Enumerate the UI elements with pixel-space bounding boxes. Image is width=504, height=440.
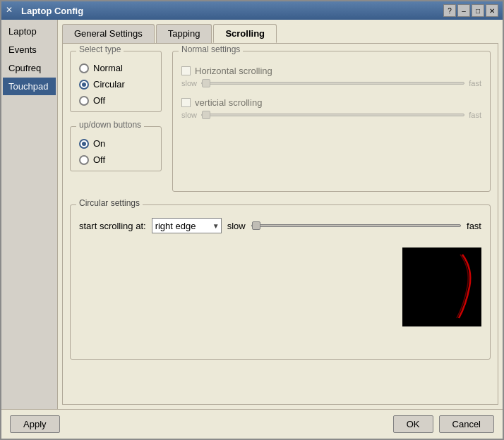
radio-circular[interactable]: Circular — [79, 79, 152, 90]
sidebar-item-events[interactable]: Events — [3, 41, 56, 59]
horizontal-slider-thumb[interactable] — [202, 79, 210, 87]
vertical-slow-label: slow — [181, 111, 197, 119]
circular-section: Circular settings start scrolling at: ri… — [70, 204, 491, 360]
circular-fast-label: fast — [467, 221, 481, 231]
radio-updown-on[interactable]: On — [79, 138, 152, 149]
top-row: Select type Normal Circular — [70, 51, 491, 199]
radio-circular-label: Circular — [93, 79, 125, 90]
horizontal-fast-label: fast — [469, 79, 481, 87]
sidebar: Laptop Events Cpufreq Touchpad — [1, 20, 58, 409]
select-type-box: Select type Normal Circular — [70, 51, 162, 112]
normal-settings-content: Horizontal scrolling slow fast — [181, 57, 481, 119]
horizontal-slider-row: slow fast — [181, 79, 481, 87]
tab-general[interactable]: General Settings — [62, 24, 155, 43]
start-label: start scrolling at: — [79, 221, 146, 231]
horizontal-slider[interactable] — [201, 82, 464, 85]
bottom-bar: Apply OK Cancel — [1, 409, 503, 439]
radio-normal-label: Normal — [93, 63, 123, 73]
title-bar: ✕ Laptop Config ? – □ ✕ — [1, 1, 503, 20]
radio-off[interactable]: Off — [79, 95, 152, 106]
cancel-button[interactable]: Cancel — [439, 415, 494, 433]
sidebar-item-cpufreq[interactable]: Cpufreq — [3, 59, 56, 77]
bottom-right-buttons: OK Cancel — [393, 415, 494, 433]
circular-slider[interactable] — [251, 224, 461, 227]
normal-settings-legend: Normal settings — [179, 44, 243, 54]
radio-updown-off-label: Off — [93, 154, 105, 165]
vertical-slider-thumb[interactable] — [202, 111, 210, 119]
preview-curve — [459, 255, 470, 318]
start-scrolling-row: start scrolling at: right edge top edge … — [79, 218, 481, 233]
sidebar-item-laptop[interactable]: Laptop — [3, 23, 56, 40]
maximize-button[interactable]: □ — [472, 4, 484, 17]
circular-slow-label: slow — [227, 221, 246, 231]
horizontal-checkbox[interactable] — [181, 66, 191, 75]
touchpad-preview — [402, 248, 481, 326]
radio-normal-circle — [79, 63, 89, 73]
main-window: ✕ Laptop Config ? – □ ✕ Laptop Events Cp… — [0, 0, 504, 440]
close-button[interactable]: ✕ — [486, 4, 498, 17]
updown-radio-group: On Off — [79, 133, 152, 165]
select-type-legend: Select type — [76, 44, 124, 54]
ok-button[interactable]: OK — [393, 415, 433, 433]
main-area: General Settings Tapping Scrolling Selec… — [58, 20, 503, 409]
radio-off-label: Off — [93, 95, 105, 106]
title-bar-buttons: ? – □ ✕ — [443, 4, 498, 17]
radio-updown-on-label: On — [93, 138, 105, 149]
radio-off-circle — [79, 96, 89, 106]
horizontal-checkbox-row: Horizontal scrolling — [181, 66, 481, 76]
radio-updown-off[interactable]: Off — [79, 154, 152, 165]
vertical-checkbox-row: verticial scrolling — [181, 97, 481, 108]
tab-content-scrolling: Select type Normal Circular — [62, 43, 498, 405]
updown-legend: up/down buttons — [76, 120, 144, 130]
preview-svg — [402, 248, 481, 326]
vertical-label: verticial scrolling — [195, 97, 262, 108]
circular-slider-thumb[interactable] — [252, 221, 260, 230]
vertical-fast-label: fast — [469, 111, 481, 119]
apply-button[interactable]: Apply — [10, 415, 60, 433]
window-icon: ✕ — [6, 5, 17, 16]
edge-dropdown[interactable]: right edge top edge bottom edge left edg… — [152, 218, 222, 233]
tabs: General Settings Tapping Scrolling — [62, 24, 498, 43]
tab-tapping[interactable]: Tapping — [156, 24, 212, 43]
title-bar-left: ✕ Laptop Config — [6, 5, 83, 16]
minimize-button[interactable]: – — [457, 4, 470, 17]
tab-scrolling[interactable]: Scrolling — [213, 24, 277, 43]
circular-settings-box: Circular settings start scrolling at: ri… — [70, 204, 491, 360]
radio-circular-circle — [79, 80, 89, 90]
updown-box: up/down buttons On Off — [70, 126, 162, 171]
sidebar-item-touchpad[interactable]: Touchpad — [3, 78, 56, 95]
help-button[interactable]: ? — [443, 4, 456, 17]
normal-settings-box: Normal settings Horizontal scrolling slo… — [172, 51, 491, 192]
vertical-checkbox[interactable] — [181, 98, 191, 107]
edge-dropdown-wrapper: right edge top edge bottom edge left edg… — [152, 218, 222, 233]
vertical-slider-row: slow fast — [181, 111, 481, 119]
vertical-slider[interactable] — [201, 114, 464, 116]
select-type-radio-group: Normal Circular Off — [79, 57, 152, 106]
window-title: Laptop Config — [21, 6, 83, 16]
circular-legend: Circular settings — [76, 198, 143, 208]
radio-normal[interactable]: Normal — [79, 63, 152, 73]
radio-updown-off-circle — [79, 155, 89, 165]
horizontal-label: Horizontal scrolling — [195, 66, 272, 76]
radio-updown-on-circle — [79, 139, 89, 149]
window-body: Laptop Events Cpufreq Touchpad General S… — [1, 20, 503, 409]
horizontal-slow-label: slow — [181, 79, 197, 87]
